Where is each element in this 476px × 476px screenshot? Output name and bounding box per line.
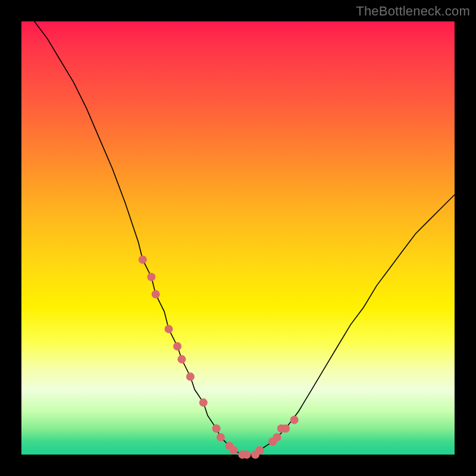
watermark-text: TheBottleneck.com — [356, 4, 470, 19]
bottleneck-curve — [35, 21, 455, 455]
plot-area — [21, 21, 455, 455]
marker-dot — [165, 325, 173, 333]
marker-dot — [147, 273, 155, 281]
marker-group — [139, 255, 299, 459]
marker-dot — [230, 446, 238, 455]
marker-dot — [290, 416, 299, 424]
marker-dot — [281, 424, 290, 433]
marker-dot — [139, 255, 147, 264]
curve-layer — [21, 21, 455, 455]
marker-dot — [186, 372, 195, 381]
marker-dot — [217, 433, 225, 441]
marker-dot — [212, 424, 221, 433]
marker-dot — [152, 290, 160, 299]
marker-dot — [177, 355, 186, 364]
marker-dot — [173, 342, 181, 350]
marker-dot — [243, 450, 251, 459]
chart-frame: TheBottleneck.com — [0, 0, 476, 476]
marker-dot — [273, 433, 281, 441]
marker-dot — [255, 446, 264, 455]
marker-dot — [199, 399, 208, 407]
